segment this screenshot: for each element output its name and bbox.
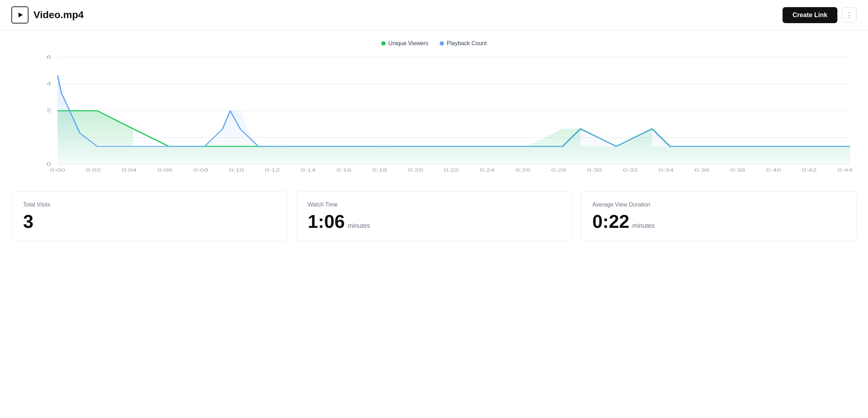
chart-section: Unique Viewers Playback Count xyxy=(0,30,868,181)
video-icon-box xyxy=(11,6,28,23)
svg-text:0:18: 0:18 xyxy=(372,167,387,173)
svg-text:2: 2 xyxy=(47,108,51,114)
svg-text:0:12: 0:12 xyxy=(265,167,280,173)
svg-text:0:36: 0:36 xyxy=(695,167,710,173)
create-link-button[interactable]: Create Link xyxy=(783,7,837,23)
avg-view-duration-label: Average View Duration xyxy=(592,202,845,208)
svg-text:0:24: 0:24 xyxy=(480,167,495,173)
svg-text:0:06: 0:06 xyxy=(157,167,172,173)
svg-text:0:16: 0:16 xyxy=(336,167,351,173)
chart-legend: Unique Viewers Playback Count xyxy=(11,40,857,47)
svg-text:0:34: 0:34 xyxy=(659,167,674,173)
watch-time-unit: minutes xyxy=(347,222,370,230)
svg-text:0:40: 0:40 xyxy=(766,167,781,173)
unique-viewers-label: Unique Viewers xyxy=(388,40,428,47)
stat-card-total-visits: Total Visits 3 xyxy=(11,191,287,241)
svg-marker-0 xyxy=(19,12,23,17)
legend-playback-count: Playback Count xyxy=(440,40,487,47)
svg-text:0:10: 0:10 xyxy=(229,167,244,173)
svg-text:0:38: 0:38 xyxy=(730,167,745,173)
svg-text:0:08: 0:08 xyxy=(193,167,208,173)
svg-text:0:20: 0:20 xyxy=(408,167,423,173)
header: Video.mp4 Create Link ⋮ xyxy=(0,0,868,30)
svg-text:0:44: 0:44 xyxy=(838,167,853,173)
svg-text:0:22: 0:22 xyxy=(444,167,459,173)
legend-unique-viewers: Unique Viewers xyxy=(381,40,428,47)
stat-card-avg-view-duration: Average View Duration 0:22 minutes xyxy=(581,191,857,241)
svg-text:0:26: 0:26 xyxy=(516,167,530,173)
watch-time-number: 1:06 xyxy=(308,212,345,231)
avg-view-duration-value: 0:22 minutes xyxy=(592,212,845,231)
unique-viewers-dot xyxy=(381,41,386,46)
svg-text:0:02: 0:02 xyxy=(86,167,101,173)
more-options-button[interactable]: ⋮ xyxy=(842,7,857,22)
total-visits-number: 3 xyxy=(23,212,33,231)
header-right: Create Link ⋮ xyxy=(783,7,857,23)
total-visits-value: 3 xyxy=(23,212,276,231)
svg-text:0:32: 0:32 xyxy=(623,167,638,173)
svg-text:0:14: 0:14 xyxy=(301,167,316,173)
svg-text:4: 4 xyxy=(47,81,51,87)
total-visits-label: Total Visits xyxy=(23,202,276,208)
svg-text:0:00: 0:00 xyxy=(50,167,65,173)
more-icon: ⋮ xyxy=(846,11,852,19)
stat-card-watch-time: Watch Time 1:06 minutes xyxy=(296,191,572,241)
header-left: Video.mp4 xyxy=(11,6,84,23)
svg-text:0: 0 xyxy=(47,161,51,167)
green-line xyxy=(58,111,850,146)
playback-count-dot xyxy=(440,41,444,46)
playback-count-label: Playback Count xyxy=(447,40,487,47)
blue-area xyxy=(58,75,850,164)
chart-container: 6 4 2 0 0:00 0:02 0:04 0:06 0:08 0:10 0:… xyxy=(11,53,857,181)
avg-view-duration-number: 0:22 xyxy=(592,212,629,231)
svg-text:0:04: 0:04 xyxy=(122,167,137,173)
svg-text:0:28: 0:28 xyxy=(551,167,566,173)
avg-view-duration-unit: minutes xyxy=(632,222,655,230)
svg-text:0:30: 0:30 xyxy=(587,167,602,173)
svg-text:0:42: 0:42 xyxy=(802,167,817,173)
play-icon xyxy=(16,11,24,19)
svg-text:6: 6 xyxy=(47,54,51,60)
watch-time-label: Watch Time xyxy=(308,202,560,208)
page-title: Video.mp4 xyxy=(33,9,84,21)
chart-svg: 6 4 2 0 0:00 0:02 0:04 0:06 0:08 0:10 0:… xyxy=(26,53,857,181)
stats-section: Total Visits 3 Watch Time 1:06 minutes A… xyxy=(0,181,868,251)
watch-time-value: 1:06 minutes xyxy=(308,212,560,231)
